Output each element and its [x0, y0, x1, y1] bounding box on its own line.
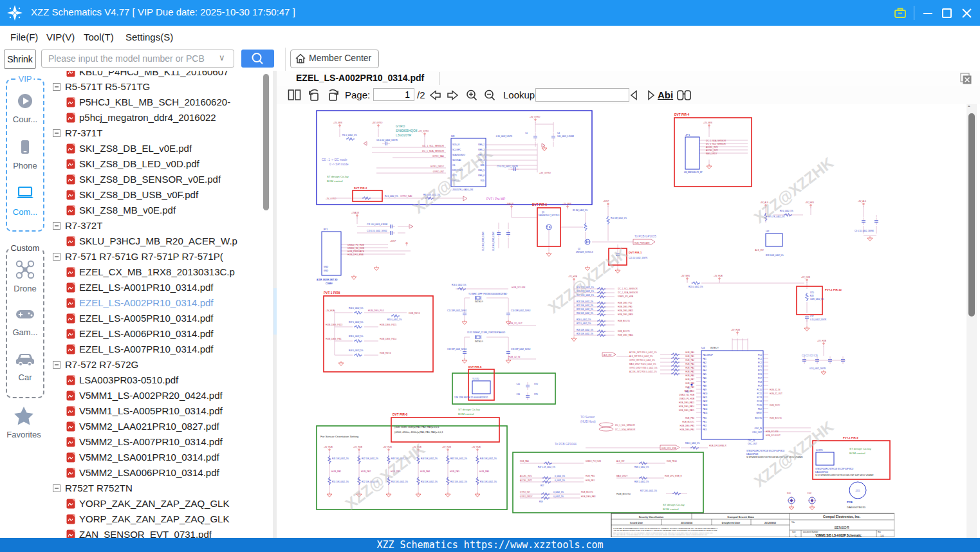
pin-label: PA13: [703, 404, 708, 407]
model-search-input[interactable]: [41, 50, 234, 68]
tree-item[interactable]: V5MM2_LSA006PR10_0314.pdf: [48, 465, 273, 481]
pin-label: PA14: [703, 408, 708, 410]
tree-group[interactable]: R7-371T: [48, 125, 273, 141]
maximize-icon[interactable]: [938, 4, 956, 22]
shrink-button[interactable]: Shrink: [4, 50, 36, 69]
tree-item[interactable]: V5MM1_LS-A005PR10_0314.pdf: [48, 403, 273, 419]
collapse-icon[interactable]: [53, 361, 60, 369]
net-label: MAG_DRDY: [616, 475, 628, 477]
tree-item[interactable]: V5MM2_LS-A007PR10_0314.pdf: [48, 434, 273, 450]
collapse-icon[interactable]: [53, 484, 60, 492]
find-prev-icon[interactable]: [627, 88, 642, 102]
part-value: STD: [534, 393, 539, 396]
tree-item[interactable]: SKI_ZS8_DB_LED_v0D.pdf: [48, 156, 273, 172]
schematic-page: +3V_SEN +3V_GYRO +3V_GYRO +3V_GYRO R1 0_…: [315, 108, 894, 537]
minimize-icon[interactable]: [919, 4, 937, 22]
lookup-input[interactable]: [535, 88, 629, 102]
menu-file[interactable]: File(F): [8, 30, 41, 44]
tree-item-label: EZEL_LS-A005PR10_0314.pdf: [79, 313, 213, 324]
rotate-ccw-icon[interactable]: [306, 88, 322, 102]
net-label: HUB_DBG_PA16: [618, 313, 633, 316]
tree-item[interactable]: LSA003PR03-0510.pdf: [48, 373, 273, 388]
collapse-icon[interactable]: [53, 83, 60, 91]
two-page-view-icon[interactable]: [287, 88, 302, 102]
menu-settings[interactable]: Settings(S): [123, 30, 176, 44]
tree-item[interactable]: YORP_ZAK_ZAN_ZAP_ZAQ_GLK: [48, 496, 273, 511]
tree-item[interactable]: EZEL_CX_MB_1RX8_20130313C.p: [48, 264, 273, 280]
rotate-cw-icon[interactable]: [326, 88, 341, 102]
net-label: I2C_1_SDA_SENSOR: [706, 140, 726, 142]
tree-group[interactable]: R7-372T: [48, 218, 273, 234]
pdf-toolbar: Page: /2 Lookup Abi: [277, 86, 980, 105]
tree-item[interactable]: V5MM1_LS-A002PR20_0424.pdf: [48, 388, 273, 403]
watermark-text: XZZ@XZZHK: [750, 154, 837, 226]
tree-group[interactable]: R5-571T R5-571TG: [48, 79, 273, 95]
tree-item[interactable]: V5MM2_LAA021PR10_0827.pdf: [48, 419, 273, 434]
tree-item[interactable]: SKI_ZS8_DB_SENSOR_v0E.pdf: [48, 172, 273, 187]
tree-item[interactable]: SKI_ZS8_DB_USB_v0F.pdf: [48, 187, 273, 203]
pdf-scrollbar-thumb[interactable]: [968, 113, 975, 317]
part-value: EL2 10U_0603_6.3V6: [482, 232, 485, 251]
sidebar-item-computer[interactable]: Com...: [7, 184, 43, 217]
tree-item[interactable]: P5HCJ_KBL_MB_SCH_20160620-: [48, 95, 273, 110]
power-label: +3V_SEN: [333, 122, 342, 124]
member-center-button[interactable]: Member Center: [290, 50, 379, 68]
zoom-in-icon[interactable]: [465, 88, 480, 102]
tree-item[interactable]: SKI_ZS8_MB_v0E.pdf: [48, 203, 273, 218]
net-label: HUB_PA6: [479, 470, 489, 473]
tree-scrollbar-thumb[interactable]: [263, 74, 269, 210]
power-label: +3V_SEN: [703, 122, 712, 124]
sidebar-item-car[interactable]: Car: [7, 349, 43, 382]
collapse-icon[interactable]: [53, 222, 60, 230]
tree-item[interactable]: SKLU_P3HCJ_MB_R20_ACER_W.p: [48, 234, 273, 249]
chevron-up-icon[interactable]: ˆ: [968, 105, 970, 113]
pin-label: PC5: [758, 369, 762, 372]
tree-item-selected[interactable]: EZEL_LS-A002PR10_0314.pdf: [48, 295, 273, 311]
collapse-icon[interactable]: [53, 129, 60, 137]
binoculars-icon[interactable]: [676, 88, 692, 102]
close-icon[interactable]: [957, 4, 975, 22]
sidebar-item-favorites[interactable]: Favorites: [6, 405, 42, 440]
part-value: 100K_0402_5%: [810, 298, 824, 300]
net-label: HUB_PB0: [586, 475, 595, 477]
tree-group[interactable]: R752T R752TN: [48, 481, 273, 496]
find-next-icon[interactable]: [643, 88, 658, 102]
abi-text-tool[interactable]: Abi: [658, 89, 673, 100]
document-tab[interactable]: EZEL_LS-A002PR10_0314.pdf: [296, 73, 424, 83]
search-button[interactable]: [241, 50, 274, 68]
tree-item[interactable]: KBL0_P4HCJ_MB_K11_20160607: [48, 71, 273, 80]
tree-item[interactable]: EZEL_LS-A005PR10_0314.pdf: [48, 311, 273, 326]
drone-icon: [15, 259, 35, 280]
next-page-icon[interactable]: [445, 88, 461, 102]
net-label: ALS_INT: [755, 249, 764, 252]
tree-item[interactable]: ZAN_SENSOR_EVT_0731.pdf: [48, 527, 273, 538]
net-label: HUB_DFU_ENB_R: [665, 475, 682, 477]
tree-item[interactable]: p5hcj_megatron_ddr4_2016022: [48, 110, 273, 125]
menu-vip[interactable]: VIP(V): [44, 30, 77, 44]
prev-page-icon[interactable]: [427, 88, 443, 102]
sidebar-item-phone[interactable]: Phone: [7, 138, 43, 170]
close-document-icon[interactable]: [959, 72, 973, 85]
tree-item-label: SKI_ZS8_DB_LED_v0D.pdf: [79, 158, 199, 169]
tree-item[interactable]: EZEL_LS-A006PR10_0314.pdf: [48, 326, 273, 342]
menu-tool[interactable]: Tool(T): [81, 30, 116, 44]
sidebar-item-course[interactable]: Cour...: [7, 91, 43, 124]
chevron-down-icon[interactable]: ∨: [219, 53, 225, 62]
zoom-out-icon[interactable]: [483, 88, 498, 102]
tree-item[interactable]: SKI_ZS8_DB_EL_v0E.pdf: [48, 141, 273, 156]
tree-item[interactable]: EZEL_LS-A001PR10_0314.pdf: [48, 280, 273, 295]
pdf-scrollbar[interactable]: ˆ: [966, 104, 977, 538]
tree-item[interactable]: EZEL_LS-A007PR10_0314.pdf: [48, 342, 273, 357]
sidebar-item-game[interactable]: Gam...: [7, 304, 43, 337]
vip-briefcase-icon[interactable]: [891, 4, 909, 22]
tree-item[interactable]: V5MM2_LSA001PR10_0314.pdf: [48, 450, 273, 465]
power-label: +3VLP: [390, 240, 396, 243]
part-ref: R57: [541, 484, 544, 487]
sidebar-item-drone[interactable]: Drone: [7, 259, 43, 293]
tree-group[interactable]: R7-572 R7-572G: [48, 357, 273, 373]
tree-item[interactable]: YORP_ZAK_ZAN_ZAP_ZAQ_GLK: [48, 511, 273, 527]
page-input[interactable]: [373, 88, 414, 101]
tree-group[interactable]: R7-571 R7-571G R7-571P R7-571P(: [48, 249, 273, 264]
usb-connector-section: JP1 +3VALW C11 10U_0603_6.3V6M C13 0.1U_…: [317, 212, 413, 285]
collapse-icon[interactable]: [53, 253, 60, 261]
